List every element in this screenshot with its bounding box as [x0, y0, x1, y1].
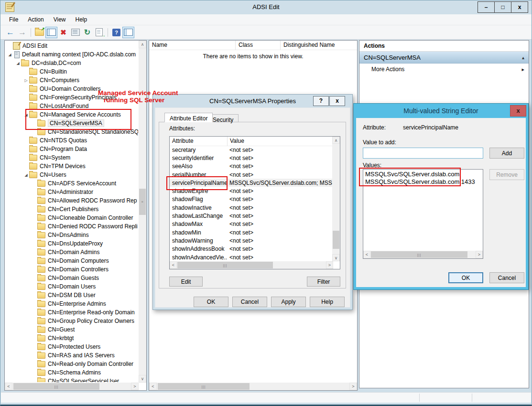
tab-attribute-editor[interactable]: Attribute Editor	[164, 113, 213, 122]
attribute-row[interactable]: shadowMax<not set>	[170, 220, 332, 228]
scroll-right-button[interactable]: >	[326, 261, 333, 269]
scroll-right-button[interactable]: >	[131, 383, 139, 390]
tree-item[interactable]: CN=Read-only Domain Controller	[5, 360, 138, 368]
tree-item[interactable]: CN=NTDS Quotas	[5, 136, 138, 145]
dialog-help-button[interactable]: ?	[313, 96, 329, 106]
up-one-level-button[interactable]: ↗	[33, 27, 45, 38]
menu-help[interactable]: Help	[71, 15, 92, 24]
attributes-vertical-scrollbar[interactable]: ∧ ∨	[332, 137, 340, 261]
column-header-name[interactable]: Name	[149, 41, 236, 50]
scroll-up-button[interactable]: ∧	[139, 41, 146, 48]
tree-item[interactable]: CN=RAS and IAS Servers	[5, 351, 138, 360]
tree-item[interactable]: CN=DnsUpdateProxy	[5, 239, 138, 248]
tree-item[interactable]: CN=Enterprise Read-only Domain	[5, 308, 138, 317]
minimize-button[interactable]: –	[478, 1, 495, 13]
tree-item[interactable]: ADSI Edit	[5, 42, 138, 50]
tree-item[interactable]: CN=Domain Guests	[5, 274, 138, 282]
refresh-button[interactable]: ↻	[81, 27, 93, 38]
list-horizontal-scrollbar[interactable]: < ||| >	[149, 383, 357, 390]
show-action-pane-button[interactable]	[122, 27, 134, 38]
title-bar[interactable]: ADSI Edit – □ x	[0, 0, 532, 14]
mvse-dialog-title[interactable]: Multi-valued String Editor	[354, 104, 528, 118]
tree-item[interactable]: CN=Program Data	[5, 145, 138, 153]
tree-item[interactable]: CN=Protected Users	[5, 342, 138, 351]
attribute-row[interactable]: showInAdvancedVie...<not set>	[170, 253, 332, 261]
tree-item[interactable]: ▷CN=Computers	[5, 76, 138, 85]
column-header-value[interactable]: Value	[228, 137, 340, 146]
scroll-up-button[interactable]: ∧	[332, 137, 340, 144]
value-to-add-input[interactable]	[363, 148, 483, 159]
attribute-row[interactable]: shadowInactive<not set>	[170, 203, 332, 212]
list-hscroll-thumb[interactable]: |||	[158, 383, 250, 390]
show-console-tree-button[interactable]	[45, 27, 57, 38]
column-header-class[interactable]: Class	[236, 41, 281, 50]
collapse-expander-icon[interactable]: ◢	[7, 53, 13, 57]
attribute-row[interactable]: shadowLastChange<not set>	[170, 212, 332, 220]
tree-hscroll-thumb[interactable]: |||	[13, 383, 99, 390]
tree-item[interactable]: CN=Denied RODC Password Repli	[5, 222, 138, 231]
tree-item[interactable]: CN=Group Policy Creator Owners	[5, 317, 138, 325]
tree-horizontal-scrollbar[interactable]: < ||| >	[5, 383, 139, 390]
add-button[interactable]: Add	[489, 148, 524, 159]
tree-item[interactable]: CN=Schema Admins	[5, 368, 138, 377]
collapse-expander-icon[interactable]: ◢	[15, 61, 21, 65]
maximize-button[interactable]: □	[494, 1, 511, 13]
back-button[interactable]: ←	[4, 27, 16, 38]
menu-action[interactable]: Action	[23, 15, 48, 24]
attributes-scroll-thumb[interactable]	[333, 231, 339, 249]
tree-item[interactable]: CN=Builtin	[5, 67, 138, 76]
close-button[interactable]: x	[511, 1, 528, 13]
edit-button[interactable]: Edit	[169, 277, 203, 287]
tree-item[interactable]: CN=Domain Controllers	[5, 265, 138, 274]
tree-item[interactable]: CN=Guest	[5, 325, 138, 334]
mvse-cancel-button[interactable]: Cancel	[489, 272, 524, 283]
attributes-horizontal-scrollbar[interactable]: < ||| >	[170, 261, 333, 269]
column-header-distinguished-name[interactable]: Distinguished Name	[281, 41, 357, 50]
tree-item[interactable]: CN=TPM Devices	[5, 162, 138, 171]
tree-item[interactable]: CN=Cert Publishers	[5, 205, 138, 214]
forward-button[interactable]: →	[16, 27, 28, 38]
column-header-attribute[interactable]: Attribute	[170, 137, 228, 146]
attribute-row[interactable]: shadowMin<not set>	[170, 228, 332, 236]
attribute-row[interactable]: showInAddressBook<not set>	[170, 245, 332, 253]
delete-button[interactable]: ✖	[57, 27, 69, 38]
values-horizontal-scrollbar[interactable]: < ||| >	[363, 251, 483, 258]
tree-item[interactable]: CN=Domain Computers	[5, 256, 138, 265]
tree-item[interactable]: CN=Domain Admins	[5, 248, 138, 256]
expand-expander-icon[interactable]: ▷	[23, 78, 29, 83]
tree-item[interactable]: CN=krbtgt	[5, 334, 138, 342]
mvse-ok-button[interactable]: OK	[448, 272, 483, 283]
tree-item[interactable]: ◢Default naming context [DIO-ADC.dslab.c…	[5, 50, 138, 59]
attribute-row[interactable]: shadowWarning<not set>	[170, 236, 332, 245]
collapse-icon[interactable]: ▴	[522, 55, 524, 60]
attribute-row[interactable]: seeAlso<not set>	[170, 162, 332, 171]
help-button[interactable]: ?	[110, 27, 122, 38]
cancel-button[interactable]: Cancel	[232, 297, 267, 307]
scroll-down-button[interactable]: ∨	[139, 375, 146, 383]
actions-context-header[interactable]: CN=SQLServerMSA ▴	[359, 52, 529, 64]
scroll-left-button[interactable]: <	[5, 383, 12, 390]
tree-item[interactable]: CN=DnsAdmins	[5, 231, 138, 239]
ok-button[interactable]: OK	[194, 297, 228, 307]
tree-item[interactable]: CN=Domain Users	[5, 282, 138, 291]
tree-item[interactable]: CN=Administrator	[5, 188, 138, 196]
tree-item[interactable]: CN=Cloneable Domain Controller	[5, 214, 138, 222]
tree-item[interactable]: CN=SQLServerServiceUser	[5, 377, 138, 382]
tree-item[interactable]: ◢CN=Users	[5, 171, 138, 179]
more-actions-item[interactable]: More Actions ▸	[359, 64, 529, 75]
filter-button[interactable]: Filter	[307, 277, 340, 287]
apply-button[interactable]: Apply	[271, 297, 306, 307]
scroll-left-button[interactable]: <	[149, 383, 157, 390]
collapse-expander-icon[interactable]: ◢	[23, 173, 29, 177]
scroll-left-button[interactable]: <	[170, 261, 177, 269]
tree-item[interactable]: CN=DSM DB User	[5, 291, 138, 299]
scroll-right-button[interactable]: >	[349, 383, 357, 390]
tree-item[interactable]: CN=Enterprise Admins	[5, 299, 138, 308]
attribute-row[interactable]: securityIdentifier<not set>	[170, 154, 332, 162]
help-button[interactable]: Help	[310, 297, 345, 307]
tree-item[interactable]: CN=Allowed RODC Password Rep	[5, 196, 138, 205]
tree-item[interactable]: CN=System	[5, 153, 138, 162]
values-hscroll-thumb[interactable]: |||	[371, 251, 467, 258]
scroll-right-button[interactable]: >	[476, 251, 483, 258]
attributes-hscroll-thumb[interactable]: |||	[177, 262, 273, 268]
